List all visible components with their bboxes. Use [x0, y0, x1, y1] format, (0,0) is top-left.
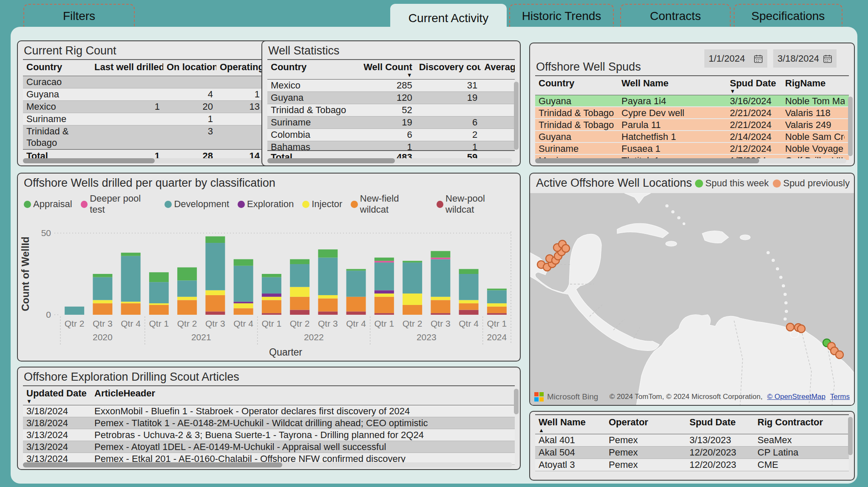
column-header-spud-date[interactable]: Spud Date — [686, 415, 754, 428]
table-row[interactable]: Trinidad & Tobago3 — [23, 125, 265, 149]
bar-segment-development[interactable] — [121, 256, 141, 302]
rig-count-horizontal-scrollbar-thumb[interactable] — [23, 158, 155, 163]
column-header-last-well-drilled[interactable]: Last well drilled — [91, 60, 163, 73]
bar-segment-development[interactable] — [290, 264, 309, 287]
map-legend-item-spud-this-week[interactable]: Spud this week — [695, 178, 769, 189]
bar-segment-deeper-pool-test[interactable] — [374, 261, 394, 262]
table-row[interactable]: Trinidad & TobagoParula 112/21/2024Valar… — [535, 119, 849, 131]
table-row[interactable]: 3/13/2024Pemex - Atoyatl 1DEL - AE-0149-… — [23, 441, 515, 453]
caribbean-map[interactable] — [530, 193, 854, 406]
bar-segment-new-field-wildcat[interactable] — [205, 295, 225, 311]
bar-segment-injector[interactable] — [459, 300, 479, 303]
bar-segment-new-field-wildcat[interactable] — [374, 297, 394, 313]
table-row[interactable]: SurinameFusaea 12/12/2024Noble Voyage — [535, 143, 849, 155]
bar-segment-new-pool-wildcat[interactable] — [262, 313, 281, 315]
bar-segment-exploration[interactable] — [374, 290, 394, 293]
map-legend-item-spud-previously[interactable]: Spud previously — [773, 178, 850, 189]
bar-segment-new-pool-wildcat[interactable] — [290, 310, 309, 315]
column-header-operating[interactable]: Operating — [216, 60, 263, 73]
bar-segment-development[interactable] — [149, 282, 169, 303]
bar-segment-development[interactable] — [234, 266, 253, 302]
bar-segment-development[interactable] — [262, 277, 281, 293]
table-row[interactable]: Trinidad & TobagoCypre Dev well2/21/2024… — [535, 107, 849, 119]
bar-segment-appraisal[interactable] — [459, 269, 479, 274]
bar-segment-injector[interactable] — [121, 302, 141, 303]
bar-segment-development[interactable] — [431, 259, 450, 296]
column-header-discovery-count[interactable]: Discovery count — [416, 60, 481, 73]
bar-segment-appraisal[interactable] — [262, 274, 281, 277]
bar-segment-new-pool-wildcat[interactable] — [205, 311, 225, 315]
well-statistics-horizontal-scrollbar-thumb[interactable] — [267, 158, 395, 163]
tab-historic-trends[interactable]: Historic Trends — [509, 4, 614, 28]
bar-segment-development[interactable] — [177, 280, 197, 296]
column-header-operator[interactable]: Operator — [605, 415, 686, 428]
tab-contracts[interactable]: Contracts — [620, 4, 731, 28]
bar-segment-new-field-wildcat[interactable] — [290, 297, 309, 310]
bar-segment-new-pool-wildcat[interactable] — [431, 313, 450, 315]
bar-segment-appraisal[interactable] — [234, 259, 253, 265]
bar-segment-new-field-wildcat[interactable] — [93, 303, 112, 315]
bar-segment-new-pool-wildcat[interactable] — [318, 311, 338, 315]
well-location-dot-spud-previously[interactable] — [562, 245, 570, 252]
well-statistics-vertical-scrollbar[interactable] — [514, 82, 519, 150]
bar-segment-new-field-wildcat[interactable] — [318, 299, 338, 312]
column-header-country[interactable]: Country — [267, 60, 360, 73]
bar-segment-appraisal[interactable] — [93, 274, 112, 277]
bar-segment-appraisal[interactable] — [346, 269, 366, 271]
bar-segment-appraisal[interactable] — [205, 236, 225, 243]
bar-segment-appraisal[interactable] — [318, 249, 338, 257]
bar-segment-development[interactable] — [346, 271, 366, 296]
bar-segment-appraisal[interactable] — [149, 272, 169, 282]
articles-vertical-scrollbar[interactable] — [514, 389, 519, 414]
table-row[interactable]: Akal 504Pemex12/20/2023CP Latina — [535, 447, 849, 459]
date-from-picker[interactable]: 1/1/2024 — [704, 49, 767, 68]
bar-segment-injector[interactable] — [318, 295, 338, 299]
bing-logo[interactable]: Microsoft Bing — [534, 392, 598, 402]
articles-horizontal-scrollbar-thumb[interactable] — [23, 462, 282, 467]
column-header-well-name[interactable]: Well Name — [618, 76, 726, 89]
table-row[interactable]: Guyana41 — [23, 88, 265, 101]
well-location-dot-spud-previously[interactable] — [786, 323, 794, 331]
column-header-country[interactable]: Country — [23, 60, 91, 73]
bar-segment-injector[interactable] — [487, 303, 507, 307]
table-row[interactable]: Atoyatl 3Pemex12/20/2023CME — [535, 459, 849, 471]
column-header-average[interactable]: Average — [481, 60, 515, 73]
tab-specifications[interactable]: Specifications — [734, 4, 842, 28]
stacked-bar-chart[interactable]: 500Count of WellIdQtr 2Qtr 3Qtr 4Qtr 1Qt… — [18, 208, 520, 362]
column-header-spud-date[interactable]: Spud Date▼ — [726, 76, 782, 94]
bar-segment-new-field-wildcat[interactable] — [262, 300, 281, 313]
bar-segment-development[interactable] — [318, 258, 338, 295]
bar-segment-injector[interactable] — [149, 303, 169, 305]
tab-filters[interactable]: Filters — [23, 4, 135, 28]
bar-segment-appraisal[interactable] — [431, 251, 450, 257]
bar-segment-injector[interactable] — [431, 297, 450, 300]
bar-segment-new-field-wildcat[interactable] — [346, 297, 366, 312]
bar-segment-deeper-pool-test[interactable] — [431, 258, 450, 259]
bar-segment-exploration[interactable] — [234, 302, 253, 303]
bar-segment-development[interactable] — [459, 274, 479, 300]
well-location-dot-spud-previously[interactable] — [797, 325, 805, 333]
bar-segment-new-field-wildcat[interactable] — [121, 303, 141, 315]
bar-segment-development[interactable] — [487, 290, 507, 303]
column-header-updated-date[interactable]: Updated Date▼ — [23, 386, 91, 404]
column-header-articleheader[interactable]: ArticleHeader — [91, 386, 510, 399]
bar-segment-appraisal[interactable] — [177, 268, 197, 281]
bar-segment-new-field-wildcat[interactable] — [459, 303, 479, 310]
column-header-country[interactable]: Country — [535, 76, 618, 89]
table-row[interactable]: Akal 401Pemex3/13/2023SeaMex — [535, 434, 849, 447]
bar-segment-development[interactable] — [93, 277, 112, 300]
bar-segment-new-field-wildcat[interactable] — [431, 300, 450, 313]
bar-segment-injector[interactable] — [403, 293, 422, 305]
bar-segment-injector[interactable] — [177, 297, 197, 300]
bar-segment-development[interactable] — [374, 262, 394, 290]
bar-segment-development[interactable] — [65, 307, 84, 315]
table-row[interactable]: Curacao — [23, 76, 265, 88]
openstreetmap-link[interactable]: © OpenStreetMap — [767, 393, 825, 401]
well-location-dot-spud-previously[interactable] — [836, 351, 843, 359]
terms-link[interactable]: Terms — [830, 393, 850, 401]
table-row[interactable]: Guyana12019 — [267, 92, 515, 104]
tab-current-activity[interactable]: Current Activity — [390, 4, 507, 33]
bar-segment-injector[interactable] — [262, 297, 281, 300]
table-row[interactable]: 3/13/2024Petrobras - Uchuva-2 & 3; Buena… — [23, 429, 515, 441]
bar-segment-new-pool-wildcat[interactable] — [374, 313, 394, 315]
